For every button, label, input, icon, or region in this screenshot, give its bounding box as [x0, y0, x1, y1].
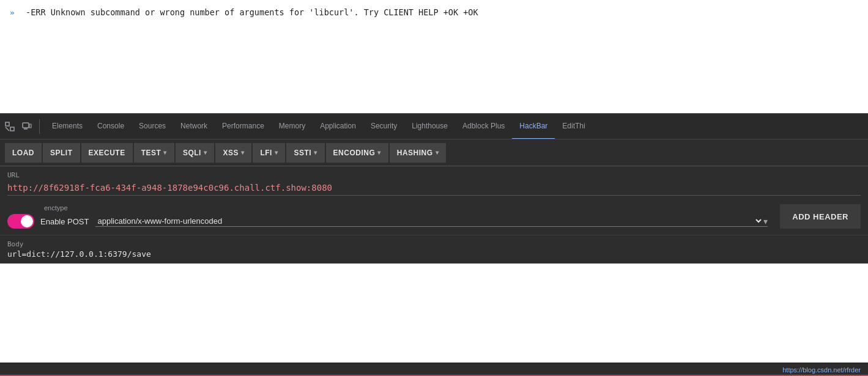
error-arrow-icon: » [10, 8, 22, 17]
encoding-dropdown-icon: ▾ [377, 149, 381, 156]
split-button[interactable]: SPLIT [43, 143, 80, 163]
error-text: -ERR Unknown subcommand or wrong number … [26, 7, 478, 17]
status-bar: https://blog.csdn.net/rfrder [0, 363, 868, 376]
tab-elements[interactable]: Elements [45, 114, 90, 139]
lfi-dropdown-icon: ▾ [275, 149, 278, 156]
tab-adblock-plus[interactable]: Adblock Plus [455, 114, 512, 139]
tab-network[interactable]: Network [173, 114, 215, 139]
ssti-button[interactable]: SSTI ▾ [286, 143, 324, 163]
xss-button[interactable]: XSS ▾ [215, 143, 251, 163]
main-content: » -ERR Unknown subcommand or wrong numbe… [0, 0, 868, 113]
tab-sources[interactable]: Sources [132, 114, 173, 139]
enctype-dropdown-icon: ▾ [763, 216, 768, 226]
body-section: Body url=dict://127.0.0.1:6379/save [0, 235, 868, 264]
svg-line-2 [6, 127, 9, 131]
execute-button[interactable]: EXECUTE [81, 143, 133, 163]
body-value: url=dict://127.0.0.1:6379/save [7, 249, 861, 259]
xss-dropdown-icon: ▾ [241, 149, 245, 156]
tab-lighthouse[interactable]: Lighthouse [404, 114, 455, 139]
url-input[interactable] [7, 180, 861, 196]
svg-rect-1 [10, 127, 14, 131]
tab-performance[interactable]: Performance [215, 114, 272, 139]
body-label: Body [7, 240, 861, 248]
hashing-button[interactable]: HASHING ▾ [390, 143, 446, 163]
url-section: URL [0, 166, 868, 198]
post-section: enctype Enable POST application/x-www-fo… [0, 198, 868, 235]
devtools-icon-group [2, 119, 40, 134]
enctype-select[interactable]: application/x-www-form-urlencoded [95, 216, 764, 226]
error-line: » -ERR Unknown subcommand or wrong numbe… [10, 7, 858, 17]
inspect-icon[interactable] [2, 119, 17, 134]
tab-console[interactable]: Console [90, 114, 132, 139]
enctype-select-wrapper: application/x-www-form-urlencoded ▾ [95, 216, 768, 227]
url-label: URL [7, 171, 861, 179]
svg-rect-0 [6, 122, 9, 126]
test-button[interactable]: TEST ▾ [134, 143, 174, 163]
svg-rect-3 [23, 123, 29, 128]
post-enable-row: Enable POST application/x-www-form-urlen… [7, 214, 768, 229]
load-button[interactable]: LOAD [5, 143, 42, 163]
hackbar-toolbar: LOAD SPLIT EXECUTE TEST ▾ SQLI ▾ XSS ▾ L… [0, 139, 868, 166]
tab-editthi[interactable]: EditThi [555, 114, 592, 139]
svg-rect-4 [29, 124, 31, 128]
post-label: Enable POST [40, 217, 89, 226]
status-link[interactable]: https://blog.csdn.net/rfrder [782, 366, 861, 374]
enctype-label: enctype [7, 204, 768, 212]
tab-memory[interactable]: Memory [272, 114, 313, 139]
lfi-button[interactable]: LFI ▾ [253, 143, 285, 163]
test-dropdown-icon: ▾ [163, 149, 167, 156]
toggle-knob [21, 215, 33, 227]
sqli-button[interactable]: SQLI ▾ [176, 143, 215, 163]
tab-application[interactable]: Application [313, 114, 363, 139]
sqli-dropdown-icon: ▾ [204, 149, 207, 156]
encoding-button[interactable]: ENCODING ▾ [326, 143, 388, 163]
hashing-dropdown-icon: ▾ [436, 149, 439, 156]
tab-hackbar[interactable]: HackBar [512, 114, 555, 139]
ssti-dropdown-icon: ▾ [314, 149, 317, 156]
tab-security[interactable]: Security [363, 114, 404, 139]
enable-post-toggle[interactable] [7, 214, 34, 229]
device-toggle-icon[interactable] [20, 119, 34, 134]
devtools-tabbar: Elements Console Sources Network Perform… [0, 113, 868, 139]
post-left-panel: enctype Enable POST application/x-www-fo… [7, 204, 768, 229]
add-header-button[interactable]: ADD HEADER [780, 204, 861, 229]
